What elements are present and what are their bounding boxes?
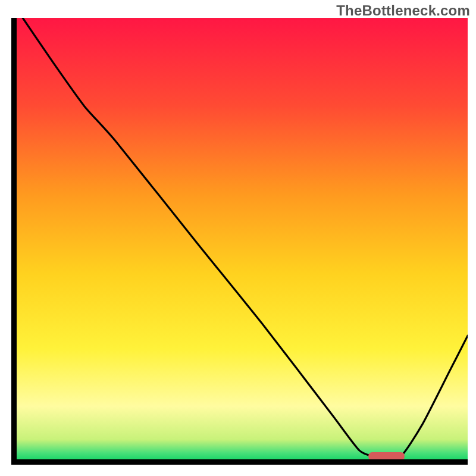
chart-svg xyxy=(0,0,476,476)
gradient-background xyxy=(17,18,468,459)
optimal-marker xyxy=(368,452,405,461)
watermark-text: TheBottleneck.com xyxy=(336,2,470,19)
plot-area xyxy=(17,9,468,461)
chart-stage: TheBottleneck.com xyxy=(0,0,476,476)
